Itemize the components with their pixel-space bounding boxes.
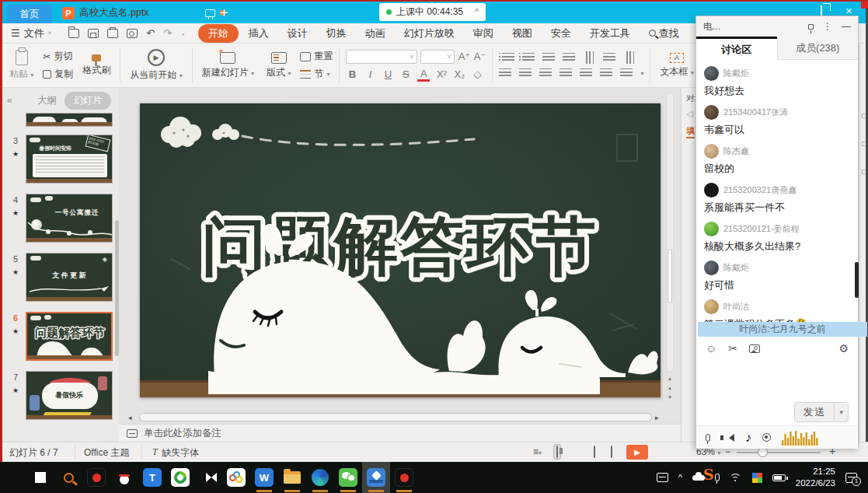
more-options-icon[interactable]: ⋮	[823, 21, 832, 32]
notes-toggle-icon[interactable]: ≡▾	[533, 446, 542, 457]
superscript-button[interactable]: X²	[435, 68, 448, 80]
more-commands-icon[interactable]: ⌄	[180, 30, 186, 37]
chat-settings-icon[interactable]: ⚙	[838, 342, 849, 355]
xuexitong-app[interactable]	[362, 462, 390, 493]
paste-button[interactable]: 粘贴 ▾	[6, 50, 37, 81]
align-left-icon[interactable]	[499, 68, 511, 78]
font-size-select[interactable]: ˅	[420, 50, 455, 64]
tab-security[interactable]: 安全	[542, 24, 580, 43]
send-button[interactable]: 发送 ▾	[794, 402, 849, 422]
align-center-icon[interactable]	[519, 68, 532, 78]
format-painter-button[interactable]: 格式刷	[79, 54, 113, 77]
align-right-icon[interactable]	[539, 68, 552, 78]
tab-home[interactable]: 开始	[198, 24, 239, 43]
tab-slides[interactable]: 幻灯片	[64, 92, 111, 110]
prev-slide-icon[interactable]: ▴	[668, 385, 671, 391]
scroll-right-icon[interactable]: ▸	[655, 414, 659, 421]
next-slide-icon[interactable]: ▾	[668, 394, 671, 400]
send-options-icon[interactable]: ▾	[834, 403, 848, 421]
file-menu-button[interactable]: ☰ 文件 ˅	[0, 23, 59, 43]
italic-button[interactable]: I	[364, 68, 376, 80]
collapse-timer-icon[interactable]: ^	[475, 8, 479, 16]
presenter-view-button[interactable]	[611, 446, 612, 457]
tab-insert[interactable]: 插入	[240, 24, 277, 43]
redo-icon[interactable]: ↷	[163, 27, 172, 39]
tab-devtools[interactable]: 开发工具	[581, 24, 639, 43]
webcam-icon[interactable]	[762, 433, 771, 442]
tab-design[interactable]: 设计	[279, 24, 316, 43]
slide-thumbnail-6-selected[interactable]: 问题解答环节	[26, 312, 113, 361]
new-slide-button[interactable]: 新建幻灯片 ▾	[199, 52, 257, 79]
pinned-notice[interactable]: 叶尚洁:七月九号之前	[698, 322, 867, 337]
home-tab[interactable]: 首页	[7, 5, 52, 23]
print-preview-icon[interactable]	[127, 29, 138, 38]
chat-header[interactable]: 电... ⋮ —	[696, 16, 858, 37]
zoom-slider[interactable]	[737, 452, 821, 453]
bullets-icon[interactable]	[502, 53, 514, 62]
chat-scrollbar-thumb[interactable]	[855, 262, 859, 298]
bold-button[interactable]: B	[346, 68, 358, 80]
notification-icon[interactable]: 1	[845, 473, 857, 483]
scroll-up-icon[interactable]: ▴	[668, 376, 671, 382]
reading-view-button[interactable]	[594, 446, 595, 457]
search-button[interactable]	[54, 462, 82, 493]
decrease-font-button[interactable]: A⁻	[473, 51, 486, 62]
vertical-scrollbar[interactable]	[666, 93, 674, 372]
tab-outline[interactable]: 大纲	[37, 94, 57, 107]
text-direction-icon[interactable]	[584, 51, 594, 64]
columns-icon[interactable]	[603, 53, 615, 62]
tab-review[interactable]: 审阅	[465, 24, 502, 43]
tab-discussion[interactable]: 讨论区	[696, 37, 777, 60]
missing-font-warning[interactable]: 缺失字体	[162, 446, 199, 460]
tab-transition[interactable]: 切换	[318, 24, 355, 43]
increase-font-button[interactable]: A⁺	[458, 51, 470, 62]
fill-tab[interactable]: 填	[686, 125, 695, 138]
print-icon[interactable]	[107, 29, 118, 38]
start-button[interactable]	[26, 462, 54, 493]
numbering-icon[interactable]	[522, 53, 535, 62]
increase-indent-icon[interactable]	[563, 53, 575, 62]
slideshow-play-button[interactable]: ▶	[626, 445, 648, 460]
wifi-icon[interactable]	[730, 474, 742, 482]
chat-input[interactable]	[696, 358, 858, 400]
align-text-icon[interactable]	[625, 51, 634, 64]
news-widget-icon[interactable]	[657, 473, 668, 482]
blue-t-app[interactable]: T	[138, 462, 166, 493]
speaker-icon[interactable]	[729, 434, 734, 442]
slide-thumbnail-2-partial[interactable]	[26, 113, 113, 127]
green-app[interactable]	[166, 462, 194, 493]
qq-app[interactable]	[110, 462, 138, 493]
open-icon[interactable]	[68, 29, 79, 38]
save-icon[interactable]	[88, 29, 99, 38]
collapse-panel-button[interactable]: «	[7, 95, 12, 106]
emoji-icon[interactable]: ☺	[706, 342, 716, 355]
layout-button[interactable]: 版式 ▾	[263, 52, 294, 79]
font-family-select[interactable]: ˅	[346, 50, 417, 64]
tab-members[interactable]: 成员(238)	[777, 37, 859, 60]
slide-thumbnail-4[interactable]: 一号公寓搬迁	[26, 194, 113, 243]
pin-icon[interactable]	[808, 24, 814, 30]
undo-icon[interactable]: ↶	[146, 27, 155, 39]
justify-icon[interactable]	[559, 68, 572, 78]
slide-thumbnail-5[interactable]: ◈ 文 件 更 新	[26, 253, 113, 302]
slide-canvas[interactable]: 问题解答环节	[140, 103, 661, 397]
capcut-app[interactable]	[194, 462, 222, 493]
vertical-scrollbar-thumb[interactable]	[668, 249, 672, 303]
minimize-icon[interactable]: —	[842, 21, 851, 32]
screen-recorder-app[interactable]	[82, 462, 110, 493]
slide-thumbnail-7[interactable]: 暑假快乐	[26, 371, 113, 420]
clear-format-button[interactable]: ◇	[471, 68, 483, 80]
microphone-icon[interactable]	[706, 434, 710, 442]
distribute-icon[interactable]	[580, 68, 592, 78]
clock[interactable]: 21:25 2022/6/23	[796, 466, 835, 489]
music-icon[interactable]: ♪	[745, 431, 751, 445]
underline-button[interactable]: U	[382, 68, 394, 80]
hidden-icons-chevron[interactable]: ^	[678, 473, 682, 482]
textbox-button[interactable]: A 文本框 ▾	[657, 53, 696, 79]
screen-recorder-app-2[interactable]	[390, 462, 418, 493]
line-spacing-icon[interactable]	[600, 68, 612, 78]
strike-button[interactable]: S	[399, 68, 412, 80]
notes-bar[interactable]: 单击此处添加备注	[119, 424, 681, 442]
reset-button[interactable]: 重置	[300, 50, 333, 63]
theme-name[interactable]: Office 主题	[84, 446, 129, 460]
